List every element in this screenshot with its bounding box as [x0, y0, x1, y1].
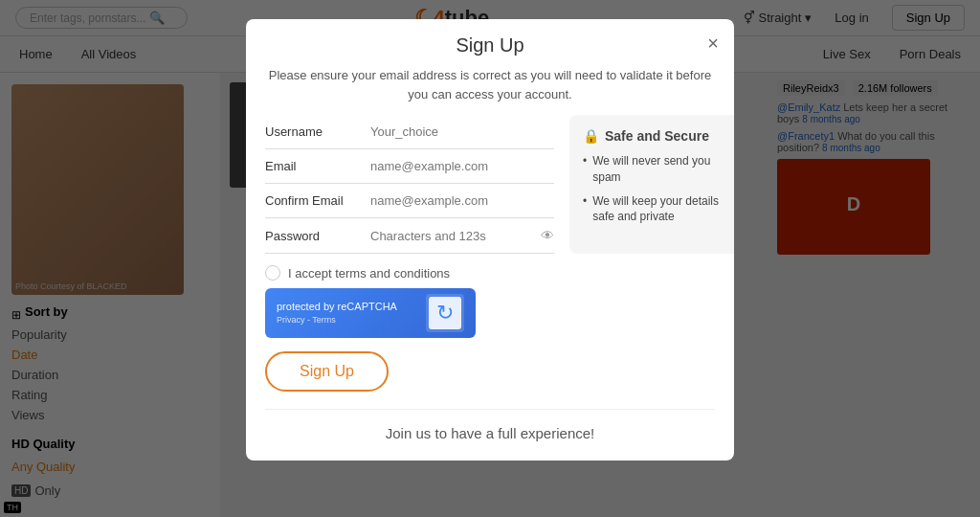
bullet-2: •	[583, 193, 587, 210]
modal-body: Username Email Confirm Email Password 👁	[246, 115, 734, 254]
recaptcha-row: protected by reCAPTCHA Privacy - Terms ↻	[246, 288, 734, 348]
username-row: Username	[265, 115, 554, 149]
signup-form: Username Email Confirm Email Password 👁	[265, 115, 554, 254]
modal-overlay: Sign Up × Please ensure your email addre…	[0, 0, 980, 517]
secure-text-2: We will keep your details safe and priva…	[592, 193, 728, 226]
recaptcha-box[interactable]: protected by reCAPTCHA Privacy - Terms ↻	[265, 288, 476, 338]
recaptcha-icon-area: ↻	[426, 294, 464, 332]
username-label: Username	[265, 124, 361, 139]
terms-checkbox[interactable]	[265, 265, 280, 281]
recaptcha-line2: Privacy - Terms	[277, 315, 397, 326]
recaptcha-line1: protected by reCAPTCHA	[277, 300, 397, 313]
confirm-email-input[interactable]	[370, 193, 554, 208]
signup-modal: Sign Up × Please ensure your email addre…	[246, 19, 734, 461]
footer-divider	[265, 409, 715, 410]
modal-header: Sign Up ×	[246, 19, 734, 66]
recaptcha-arrows-icon: ↻	[429, 297, 461, 329]
secure-title-text: Safe and Secure	[605, 128, 709, 144]
modal-close-button[interactable]: ×	[707, 33, 719, 55]
bullet-1: •	[583, 153, 587, 169]
secure-box: 🔒 Safe and Secure • We will never send y…	[569, 115, 734, 254]
secure-item-1: • We will never send you spam	[583, 153, 728, 186]
terms-label: I accept terms and conditions	[288, 266, 450, 281]
secure-title: 🔒 Safe and Secure	[583, 128, 728, 144]
modal-title: Sign Up	[265, 34, 715, 56]
secure-text-1: We will never send you spam	[592, 153, 728, 186]
confirm-email-row: Confirm Email	[265, 184, 554, 218]
modal-subtitle: Please ensure your email address is corr…	[246, 66, 734, 115]
email-row: Email	[265, 149, 554, 184]
eye-icon[interactable]: 👁	[541, 228, 554, 243]
signup-button[interactable]: Sign Up	[265, 351, 389, 392]
lock-icon: 🔒	[583, 128, 599, 144]
password-input[interactable]	[370, 229, 531, 243]
password-row: Password 👁	[265, 218, 554, 254]
password-label: Password	[265, 229, 361, 243]
secure-item-2: • We will keep your details safe and pri…	[583, 193, 728, 226]
email-label: Email	[265, 159, 361, 173]
username-input[interactable]	[370, 124, 554, 139]
signup-button-row: Sign Up	[246, 348, 734, 401]
confirm-email-label: Confirm Email	[265, 193, 361, 208]
footer-text: Join us to have a full experience!	[246, 417, 734, 445]
email-input[interactable]	[370, 159, 554, 173]
recaptcha-text: protected by reCAPTCHA Privacy - Terms	[277, 300, 397, 326]
terms-row: I accept terms and conditions	[246, 254, 734, 288]
